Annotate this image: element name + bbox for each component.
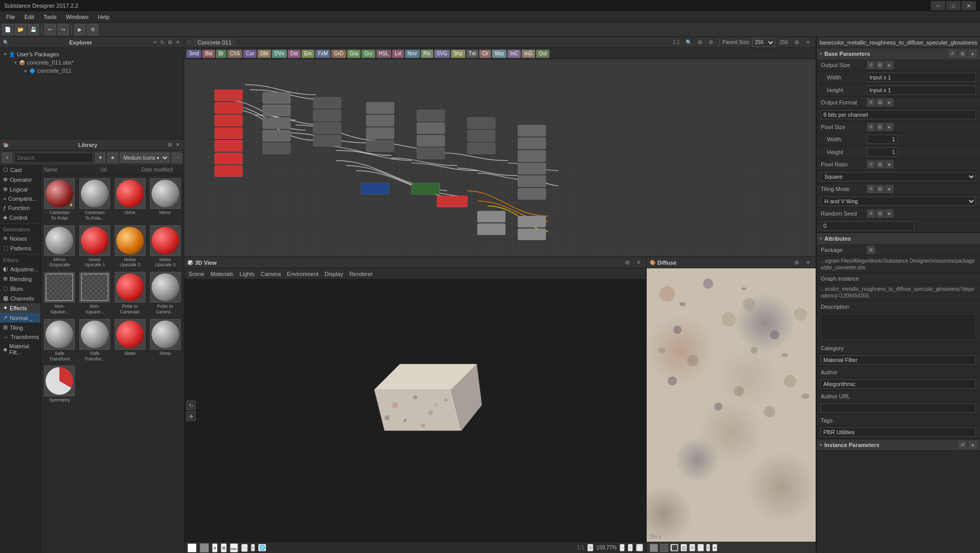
- explorer-dock-icon[interactable]: ⊞: [167, 38, 173, 46]
- cook-button[interactable]: ▶: [74, 24, 86, 35]
- nav-camera[interactable]: Camera: [261, 271, 281, 277]
- lib-cat-tiling[interactable]: ⊞ Tiling: [0, 323, 40, 332]
- filter-tab-nmr[interactable]: Nmr: [405, 50, 420, 58]
- library-close-icon[interactable]: ✕: [175, 141, 181, 148]
- lib-item-mirror[interactable]: Mirror: [148, 177, 182, 222]
- lib-item-skew2[interactable]: Skew: [148, 318, 182, 363]
- filter-tab-txt[interactable]: Txt: [466, 50, 479, 58]
- nav-environment[interactable]: Environment: [287, 271, 318, 277]
- lib-cat-blending[interactable]: ⊕ Blending: [0, 274, 40, 284]
- filter-tab-inc[interactable]: InC: [507, 50, 521, 58]
- output-format-input[interactable]: [821, 110, 976, 119]
- ng-zoom-button[interactable]: 🔍: [684, 38, 693, 47]
- explorer-add-icon[interactable]: +: [153, 38, 158, 46]
- tiling-more[interactable]: ▸: [885, 185, 893, 193]
- seed-link[interactable]: ⊞: [876, 209, 884, 218]
- lib-cat-noises[interactable]: ≋ Noises: [0, 233, 40, 243]
- pixel-link[interactable]: ⊞: [876, 123, 884, 131]
- 3d-zoom-minus[interactable]: −: [620, 544, 625, 551]
- filter-tab-dvv[interactable]: DVv: [272, 50, 287, 58]
- lib-star-button[interactable]: ★: [108, 153, 118, 163]
- settings-button[interactable]: ⚙: [87, 24, 98, 35]
- explorer-refresh-icon[interactable]: ↻: [159, 38, 165, 46]
- lib-options-button[interactable]: ⋯: [172, 153, 182, 163]
- filter-tab-gry[interactable]: Gry: [361, 50, 375, 58]
- 3d-color-white-btn[interactable]: [187, 543, 197, 552]
- lib-cat-channels[interactable]: ▦ Channels: [0, 293, 40, 303]
- filter-tab-fxm[interactable]: FxM: [315, 50, 330, 58]
- filter-tab-out[interactable]: Out: [536, 50, 549, 58]
- lib-cat-cast[interactable]: ⬡ Cast: [0, 165, 40, 175]
- filter-tab-hsl[interactable]: HSL: [376, 50, 391, 58]
- ng-tab[interactable]: Concrete 011: [194, 38, 236, 47]
- lib-item-safe-transform2[interactable]: SafeTransfor...: [78, 318, 112, 363]
- diff-grid-1[interactable]: ⬛: [670, 544, 678, 551]
- nav-lights[interactable]: Lights: [240, 271, 254, 277]
- lib-item-noise1[interactable]: NoiseUpscale 1: [78, 224, 112, 269]
- filter-tab-dst[interactable]: Dst: [288, 50, 301, 58]
- ng-close-button[interactable]: ✕: [803, 38, 813, 47]
- explorer-close-icon[interactable]: ✕: [175, 38, 181, 46]
- output-link[interactable]: ⊞: [876, 61, 884, 69]
- 3d-env-btn[interactable]: 🌐: [258, 544, 266, 551]
- lib-cat-control[interactable]: ◈ Control: [0, 212, 40, 222]
- category-input[interactable]: [821, 355, 976, 365]
- pixel-reset[interactable]: ↺: [867, 123, 875, 131]
- format-reset[interactable]: ↺: [867, 98, 875, 107]
- 3d-zoom-fit[interactable]: ⊞: [587, 544, 593, 551]
- menu-windows[interactable]: Windows: [61, 13, 93, 21]
- lib-cat-blurs[interactable]: ◌ Blurs: [0, 284, 40, 293]
- tree-item-concrete[interactable]: ▸ 🔷 concrete_011: [23, 67, 182, 75]
- lib-cat-patterns[interactable]: ⬚ Patterns: [0, 243, 40, 253]
- 3d-dock-button[interactable]: ⊞: [623, 258, 632, 267]
- lib-cat-effects[interactable]: ✦ Effects: [0, 303, 40, 313]
- lib-cat-material-filter[interactable]: ◈ Material Filt...: [0, 342, 40, 357]
- minimize-button[interactable]: ─: [931, 1, 945, 10]
- instance-link[interactable]: ▸: [969, 441, 977, 449]
- lib-item-clone[interactable]: clone: [114, 177, 147, 222]
- width-input[interactable]: [867, 73, 976, 82]
- filter-tab-grd[interactable]: GrD: [331, 50, 346, 58]
- filter-tab-wrp[interactable]: Wrp: [492, 50, 506, 58]
- instance-params-header[interactable]: ▾ Instance Parameters ↺ ▸: [817, 439, 980, 451]
- attributes-header[interactable]: ▾ Attributes: [817, 233, 980, 244]
- lib-cat-logical[interactable]: ⊗ Logical: [0, 184, 40, 194]
- lib-filter-button[interactable]: ▼: [95, 153, 105, 163]
- lib-item-symmetry[interactable]: Symmetry: [43, 365, 76, 404]
- diff-grid-3[interactable]: ⊞: [689, 544, 695, 551]
- output-reset[interactable]: ↺: [867, 61, 875, 69]
- library-dock-icon[interactable]: ⊞: [167, 141, 173, 148]
- lib-item-polar-cart2[interactable]: Polar toCartesi...: [148, 271, 182, 316]
- diffuse-viewport[interactable]: 256 x: [647, 268, 816, 542]
- diffuse-close-button[interactable]: ✕: [803, 258, 813, 267]
- package-link-btn[interactable]: ⧉: [867, 246, 875, 254]
- close-button[interactable]: ✕: [962, 1, 976, 10]
- maximize-button[interactable]: □: [946, 1, 961, 10]
- lib-cat-adjustments[interactable]: ◐ Adjustme...: [0, 264, 40, 274]
- filter-tab-chs[interactable]: ChS: [227, 50, 242, 58]
- pixel-width-input[interactable]: [867, 135, 898, 144]
- tree-item-file[interactable]: ▾ 📦 concrete_011.sbs*: [12, 58, 182, 67]
- 3d-fullscreen[interactable]: ⛶: [636, 544, 643, 551]
- seed-more[interactable]: ▸: [885, 209, 893, 218]
- lib-cat-operator[interactable]: ⊕ Operator: [0, 175, 40, 184]
- filter-tab-pix[interactable]: Pix: [421, 50, 433, 58]
- ratio-link[interactable]: ⊞: [876, 160, 884, 168]
- menu-edit[interactable]: Edit: [20, 13, 38, 21]
- search-input[interactable]: [14, 153, 93, 163]
- output-more[interactable]: ▸: [885, 61, 893, 69]
- lib-item-nonsquare2[interactable]: Non-Square...: [78, 271, 112, 316]
- pixel-more[interactable]: ▸: [885, 123, 893, 131]
- menu-help[interactable]: Help: [94, 13, 114, 21]
- open-button[interactable]: 📂: [15, 24, 26, 35]
- lib-item-cartesian-polar[interactable]: ★ CartesianTo Polar: [43, 177, 76, 222]
- lib-cat-normal[interactable]: ↗ Normal _: [0, 313, 40, 323]
- ng-dock-button[interactable]: ⊞: [792, 38, 801, 47]
- diff-color-2[interactable]: [660, 544, 668, 552]
- lib-add-button[interactable]: +: [2, 153, 12, 163]
- filter-tab-gra[interactable]: Gra: [347, 50, 361, 58]
- lib-item-noise2[interactable]: NoiseUpscale 2: [114, 224, 147, 269]
- base-link-btn[interactable]: ⊞: [958, 50, 967, 58]
- nav-display[interactable]: Display: [325, 271, 343, 277]
- format-more[interactable]: ▸: [885, 98, 893, 107]
